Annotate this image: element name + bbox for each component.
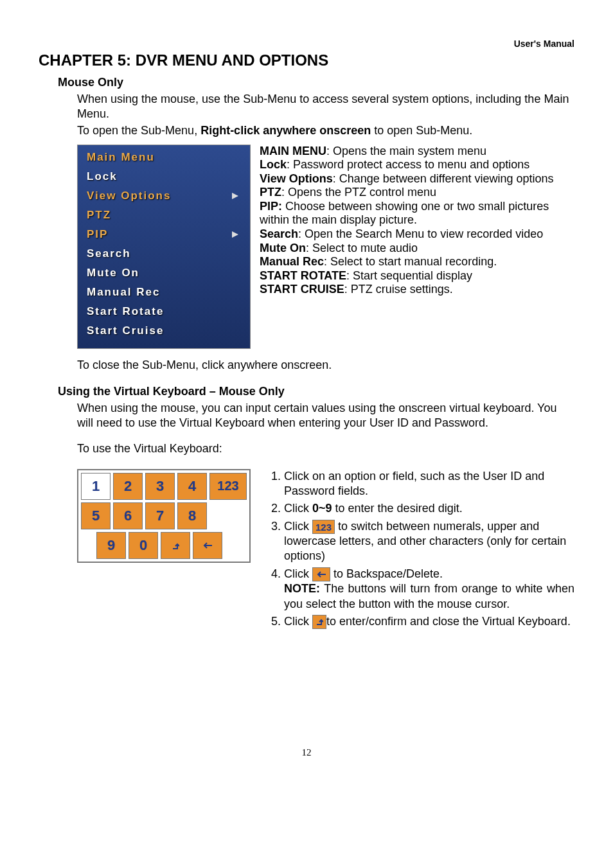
enter-icon: [172, 541, 179, 550]
key-enter: [161, 532, 190, 559]
key-7: 7: [145, 502, 175, 529]
section2-title: Using the Virtual Keyboard – Mouse Only: [58, 385, 574, 398]
desc-lock-b: Lock: [260, 158, 287, 171]
step-4: Click to Backspace/Delete. NOTE: The but…: [284, 567, 574, 612]
desc-ptz-t: : Opens the PTZ control menu: [281, 186, 436, 199]
key-1: 1: [81, 473, 111, 500]
desc-search-t: : Open the Search Menu to view recorded …: [298, 227, 543, 240]
desc-main-menu-b: MAIN MENU: [260, 145, 326, 157]
inline-enter-icon: [312, 615, 326, 629]
page-number: 12: [39, 747, 574, 758]
submenu-screenshot: Main Menu Lock View Options PTZ PIP Sear…: [77, 145, 251, 349]
key-8: 8: [177, 502, 207, 529]
desc-manrec-t: : Select to start manual recording.: [324, 255, 497, 268]
desc-lock-t: : Password protect access to menu and op…: [287, 158, 529, 171]
submenu-start-rotate: Start Rotate: [78, 302, 250, 321]
step-5: Click to enter/confirm and close the Vir…: [284, 614, 574, 629]
section1-title: Mouse Only: [58, 76, 574, 89]
desc-mute-b: Mute On: [260, 242, 306, 254]
step-1: Click on an option or field, such as the…: [284, 469, 574, 499]
section1-close: To close the Sub-Menu, click anywhere on…: [77, 358, 574, 373]
desc-pip-b: PIP:: [260, 200, 282, 213]
key-5: 5: [81, 502, 111, 529]
section1-p2: To open the Sub-Menu, Right-click anywhe…: [77, 123, 574, 138]
submenu-pip: PIP: [78, 225, 250, 244]
section1-p1: When using the mouse, use the Sub-Menu t…: [77, 92, 574, 121]
note-b: NOTE:: [284, 582, 320, 595]
submenu-ptz: PTZ: [78, 206, 250, 225]
chevron-right-icon: [232, 231, 238, 238]
steps-list: Click on an option or field, such as the…: [270, 469, 574, 632]
p2-c: to open Sub-Menu.: [371, 124, 472, 137]
section2-p1: When using the mouse, you can input cert…: [77, 401, 574, 430]
key-0: 0: [129, 532, 158, 559]
desc-rotate-t: : Start sequential display: [346, 269, 472, 282]
desc-cruise-b: START CRUISE: [260, 283, 344, 296]
key-9: 9: [96, 532, 126, 559]
note-t: The buttons will turn from orange to whi…: [284, 582, 574, 610]
key-2: 2: [113, 473, 143, 500]
submenu-manual-rec: Manual Rec: [78, 283, 250, 302]
submenu-main-menu: Main Menu: [78, 148, 250, 167]
p2-a: To open the Sub-Menu,: [77, 124, 200, 137]
inline-arrow-left-icon: [312, 567, 330, 581]
chevron-right-icon: [232, 193, 238, 199]
submenu-descriptions: MAIN MENU: Opens the main system menu Lo…: [260, 145, 574, 349]
desc-ptz-b: PTZ: [260, 186, 281, 199]
desc-main-menu-t: : Opens the main system menu: [326, 145, 486, 157]
submenu-search: Search: [78, 244, 250, 263]
desc-rotate-b: START ROTATE: [260, 269, 346, 282]
key-4: 4: [177, 473, 207, 500]
p2-b: Right-click anywhere onscreen: [200, 124, 371, 137]
step-2: Click 0~9 to enter the desired digit.: [284, 501, 574, 516]
desc-cruise-t: : PTZ cruise settings.: [344, 283, 453, 296]
submenu-start-cruise: Start Cruise: [78, 321, 250, 341]
desc-search-b: Search: [260, 227, 298, 240]
inline-123-icon: 123: [312, 520, 335, 534]
submenu-view-options: View Options: [78, 186, 250, 206]
step-3: Click 123 to switch between numerals, up…: [284, 519, 574, 564]
desc-mute-t: : Select to mute audio: [306, 242, 418, 254]
submenu-mute-on: Mute On: [78, 263, 250, 283]
virtual-keyboard-image: 1 2 3 4 123 5 6 7 8 9 0: [77, 469, 251, 563]
chapter-title: CHAPTER 5: DVR MENU AND OPTIONS: [39, 51, 574, 69]
submenu-lock: Lock: [78, 167, 250, 186]
desc-pip-t: Choose between showing one or two small …: [260, 200, 549, 227]
desc-view-b: View Options: [260, 172, 333, 185]
key-6: 6: [113, 502, 143, 529]
desc-view-t: : Change between different viewing optio…: [333, 172, 554, 185]
key-backspace: [193, 532, 222, 559]
desc-manrec-b: Manual Rec: [260, 255, 324, 268]
key-mode-123: 123: [209, 473, 247, 500]
header-manual: User's Manual: [39, 39, 574, 49]
section2-p2: To use the Virtual Keyboard:: [77, 441, 574, 456]
key-3: 3: [145, 473, 175, 500]
arrow-left-icon: [202, 542, 213, 549]
